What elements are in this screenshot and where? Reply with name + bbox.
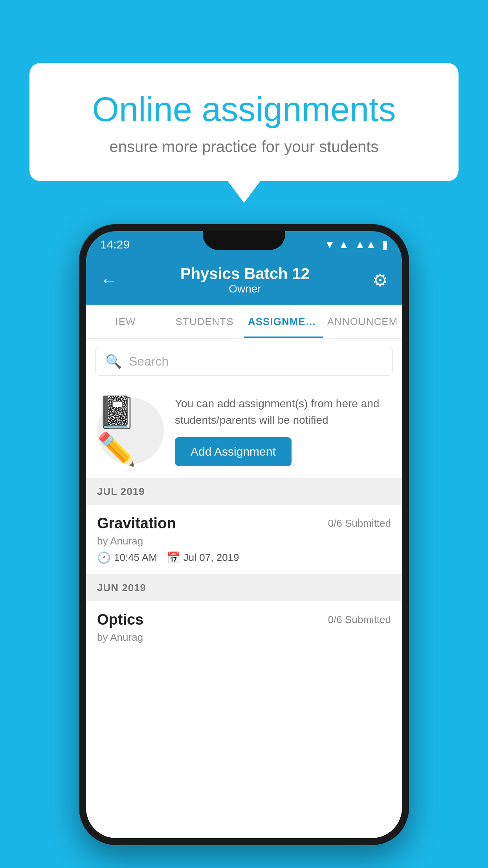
section-header-jul: JUL 2019 [86,478,402,505]
tab-assignments[interactable]: ASSIGNMENTS [244,305,323,338]
assignment-item-gravitation[interactable]: Gravitation 0/6 Submitted by Anurag 🕐 10… [86,505,402,575]
search-container: 🔍 Search [86,339,402,384]
add-assignment-button[interactable]: Add Assignment [175,437,292,466]
promo-content: You can add assignment(s) from here and … [175,395,391,466]
tab-iew[interactable]: IEW [86,305,165,338]
assignment-submitted-optics: 0/6 Submitted [328,614,391,626]
notebook-icon: 📓✏️ [97,394,164,468]
tab-students[interactable]: STUDENTS [165,305,244,338]
phone-side-right [402,357,407,388]
assignment-title-gravitation: Gravitation [97,515,176,532]
assignment-time-gravitation: 10:45 AM [114,552,157,564]
header-title: Physics Batch 12 [117,265,372,283]
status-icons: ▼ ▲ ▲▲ ▮ [324,238,388,251]
section-header-jun: JUN 2019 [86,575,402,601]
phone-screen: ← Physics Batch 12 Owner ⚙ IEW STUDENTS … [86,258,402,838]
battery-icon: ▮ [382,238,388,251]
wifi-icon: ▼ ▲ [324,238,349,251]
promo-description: You can add assignment(s) from here and … [175,395,391,428]
assignment-meta-gravitation: 🕐 10:45 AM 📅 Jul 07, 2019 [97,551,391,564]
assignment-author-optics: by Anurag [97,631,391,644]
meta-date-gravitation: 📅 Jul 07, 2019 [167,551,239,564]
header-center: Physics Batch 12 Owner [117,265,372,295]
header-subtitle: Owner [117,283,372,295]
phone-mockup: 14:29 ▼ ▲ ▲▲ ▮ ← Physics Batch 12 Owner … [79,224,409,845]
assignment-submitted-gravitation: 0/6 Submitted [328,517,391,530]
calendar-icon: 📅 [167,551,180,564]
assignment-title-optics: Optics [97,611,143,628]
clock-icon: 🕐 [97,551,111,564]
phone-notch [203,231,285,250]
signal-icon: ▲▲ [355,238,376,251]
status-time: 14:29 [100,238,130,251]
assignment-top-optics: Optics 0/6 Submitted [97,611,391,628]
tabs-container: IEW STUDENTS ASSIGNMENTS ANNOUNCEM [86,305,402,339]
promo-icon-circle: 📓✏️ [97,397,164,464]
search-bar[interactable]: 🔍 Search [95,347,393,376]
assignment-date-gravitation: Jul 07, 2019 [183,552,239,564]
speech-bubble-container: Online assignments ensure more practice … [29,63,459,181]
app-header: ← Physics Batch 12 Owner ⚙ [86,258,402,305]
phone-side-left-3 [81,408,86,447]
settings-icon[interactable]: ⚙ [372,270,388,290]
promo-section: 📓✏️ You can add assignment(s) from here … [86,384,402,478]
tab-announcements[interactable]: ANNOUNCEM [323,305,402,338]
speech-bubble: Online assignments ensure more practice … [29,63,459,181]
assignment-top: Gravitation 0/6 Submitted [97,515,391,532]
search-placeholder: Search [129,354,169,369]
meta-time-gravitation: 🕐 10:45 AM [97,551,157,564]
assignment-item-optics[interactable]: Optics 0/6 Submitted by Anurag [86,601,402,658]
back-button[interactable]: ← [100,270,117,290]
phone-side-left-1 [81,329,86,351]
bubble-title: Online assignments [61,90,427,129]
assignment-author-gravitation: by Anurag [97,535,391,547]
search-icon: 🔍 [105,353,122,369]
phone-side-left-2 [81,361,86,400]
bubble-subtitle: ensure more practice for your students [61,138,427,156]
